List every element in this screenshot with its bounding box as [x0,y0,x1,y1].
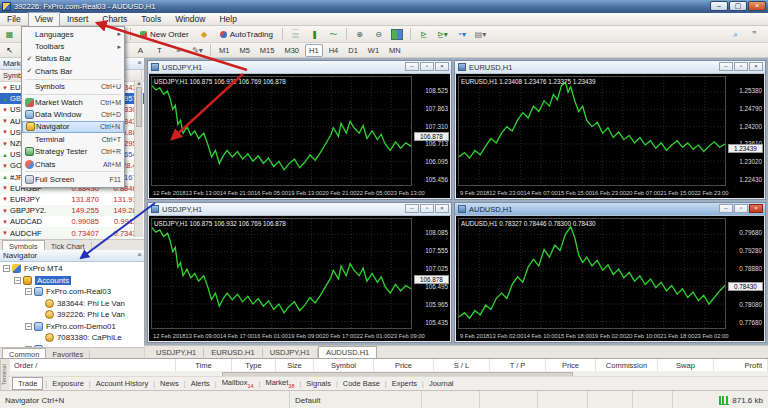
indicators-icon[interactable]: ⊵ [415,27,432,42]
navigator-node[interactable]: −FxPro.com-Real03 [0,286,144,298]
terminal-tab-mailbox[interactable]: Mailbox14 [217,378,259,389]
menu-insert[interactable]: Insert [60,13,95,25]
minimize-button[interactable]: – [710,1,728,11]
terminal-col-size[interactable]: Size [276,359,314,371]
zoom-out-icon[interactable]: ⊖ [370,27,387,42]
chart-minimize-button[interactable]: ‒ [719,62,733,71]
chart-title-bar[interactable]: USDJPY,H1‒▫× [148,61,451,74]
terminal-tab-exposure[interactable]: Exposure [47,379,89,388]
chart-canvas[interactable]: 108.525107.863107.310106.713106.095105.4… [149,74,450,198]
terminal-tab-experts[interactable]: Experts [387,379,422,388]
chart-window-usdjpy-1[interactable]: USDJPY,H1‒▫×108.525107.863107.310106.713… [147,60,452,200]
terminal-tab-signals[interactable]: Signals [301,379,336,388]
market-watch-close-icon[interactable]: × [137,58,142,67]
chart-title-bar[interactable]: USDJPY,H1‒▫× [148,203,451,216]
view-menu-item-charts-bar[interactable]: ✓Charts Bar [22,65,124,77]
periods-dropdown[interactable]: ◔▾ [453,27,470,42]
terminal-tab-code-base[interactable]: Code Base [338,379,385,388]
timeframe-m5[interactable]: M5 [235,44,253,57]
menu-help[interactable]: Help [212,13,243,25]
chart-window-usdjpy-2[interactable]: USDJPY,H1‒▫×108.085107.555107.025106.495… [147,202,452,343]
view-menu-item-status-bar[interactable]: ✓Status Bar [22,53,124,65]
chart-window-audusd[interactable]: AUDUSD,H1‒▫×0.796800.792800.788800.78480… [454,202,766,343]
navigator-node[interactable]: 383644: Phi Le Van [0,298,144,310]
timeframe-d1[interactable]: D1 [344,44,362,57]
chart-tab-usdjpy-h1[interactable]: USDJPY,H1 [149,348,204,357]
market-watch-row[interactable]: ▼AUDCAD0.990850.99115 [0,216,144,227]
view-menu-item-chats[interactable]: ChatsAlt+M [22,158,124,170]
line-chart-icon[interactable]: 〜 [325,27,342,42]
timeframe-h1[interactable]: H1 [305,44,323,57]
chart-title-bar[interactable]: AUDUSD,H1‒▫× [455,203,765,216]
chart-minimize-button[interactable]: ‒ [719,204,733,213]
navigator-node[interactable]: −FxPro.com-Demo01 [0,321,144,333]
chart-tab-usdjpy-h1[interactable]: USDJPY,H1 [263,348,318,357]
navigator-close-icon[interactable]: × [137,250,142,259]
tile-windows-icon[interactable] [389,27,406,42]
new-chart-icon[interactable]: ▦ [1,27,18,42]
autotrading-button[interactable]: AutoTrading [215,29,278,40]
chart-restore-button[interactable]: ▫ [734,62,748,71]
navigator-node[interactable]: 7083380: CaPhiLe [0,332,144,344]
terminal-col-profit[interactable]: Profit [714,359,768,371]
arrows-dropdown[interactable]: ✎▾ [189,43,206,58]
collapse-box[interactable]: − [25,323,32,330]
menu-window[interactable]: Window [168,13,212,25]
zoom-in-icon[interactable]: ⊕ [351,27,368,42]
terminal-col-price[interactable]: Price [546,359,596,371]
chart-minimize-button[interactable]: ‒ [405,62,419,71]
maximize-button[interactable]: ▢ [729,1,747,11]
fibonacci-icon[interactable]: ≡ [170,43,187,58]
chart-minimize-button[interactable]: ‒ [405,204,419,213]
view-menu-item-full-screen[interactable]: Full ScreenF11 [22,173,124,185]
market-watch-scrollbar[interactable]: ▲ [134,80,143,237]
chart-close-button[interactable]: × [435,62,449,71]
timeframe-h4[interactable]: H4 [325,44,343,57]
timeframe-w1[interactable]: W1 [364,44,383,57]
market-watch-row[interactable]: ▼GBPJPY2.149.255149.288 [0,205,144,216]
terminal-col-s-l[interactable]: S / L [434,359,490,371]
bar-chart-icon[interactable]: 𝄛 [287,27,304,42]
chart-close-button[interactable]: × [749,204,763,213]
chart-restore-button[interactable]: ▫ [734,204,748,213]
view-menu-item-data-window[interactable]: Data WindowCtrl+D [22,108,124,120]
text-label-icon[interactable]: T [151,43,168,58]
terminal-col-t-p[interactable]: T / P [490,359,546,371]
collapse-box[interactable]: − [25,288,32,295]
view-menu-item-strategy-tester[interactable]: Strategy TesterCtrl+R [22,146,124,158]
expert-advisors-icon[interactable]: ◆ [196,27,213,42]
view-menu-item-navigator[interactable]: NavigatorCtrl+N [22,121,124,133]
terminal-col-swap[interactable]: Swap [658,359,714,371]
text-icon[interactable]: A [132,43,149,58]
timeframe-m1[interactable]: M1 [215,44,233,57]
new-order-button[interactable]: New Order [135,29,194,40]
market-watch-row[interactable]: ▼EURJPY131.870131.910 [0,194,144,205]
expand-box[interactable]: + [25,346,32,347]
terminal-col-type[interactable]: Type [232,359,276,371]
terminal-tab-news[interactable]: News [155,379,184,388]
terminal-col-price[interactable]: Price [374,359,434,371]
chart-canvas[interactable]: 0.796800.792800.788800.784800.780800.776… [456,216,764,341]
terminal-col-order-[interactable]: Order / [9,359,176,371]
search-icon[interactable]: ⌕ [727,27,744,42]
chat-icon[interactable]: ❞ [746,27,763,42]
terminal-tab-market[interactable]: Market38 [260,378,299,389]
chart-canvas[interactable]: 108.085107.555107.025106.495105.965105.4… [149,216,450,341]
cursor-icon[interactable]: ↖ [1,43,18,58]
terminal-col-symbol[interactable]: Symbol [314,359,374,371]
terminal-tab-alerts[interactable]: Alerts [186,379,215,388]
terminal-tab-account-history[interactable]: Account History [91,379,154,388]
menu-charts[interactable]: Charts [95,13,134,25]
terminal-col-time[interactable]: Time [176,359,232,371]
indicators-list-dropdown[interactable]: ⊵▾ [434,27,451,42]
chart-close-button[interactable]: × [435,204,449,213]
view-menu-item-toolbars[interactable]: Toolbars▸ [22,40,124,52]
collapse-box[interactable]: − [14,277,21,284]
navigator-node[interactable]: −Accounts [0,275,144,287]
terminal-tab-trade[interactable]: Trade [12,377,43,390]
menu-tools[interactable]: Tools [134,13,168,25]
templates-dropdown[interactable]: ▤▾ [472,27,489,42]
view-menu-item-languages[interactable]: Languages▸ [22,28,124,40]
menu-file[interactable]: File [0,13,28,25]
chart-window-eurusd[interactable]: EURUSD,H1‒▫×1.253801.247901.242001.23610… [454,60,766,200]
